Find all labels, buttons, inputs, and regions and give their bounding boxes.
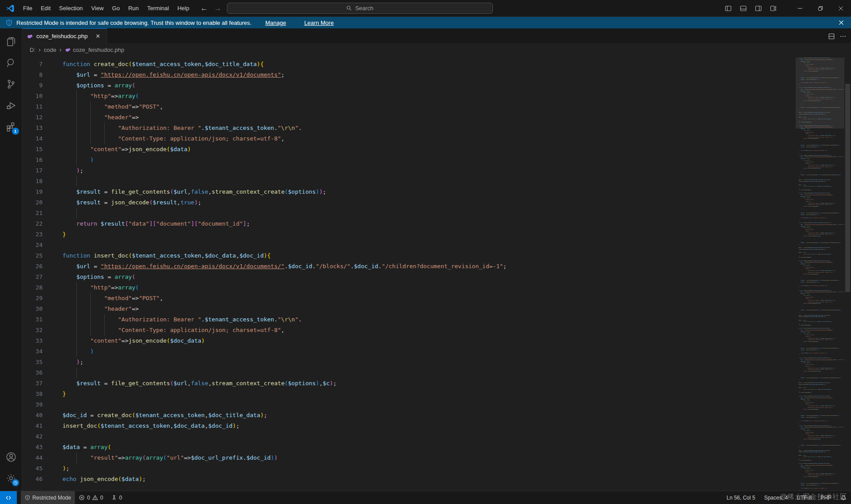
- code-line: 26 $url = "https://open.feishu.cn/open-a…: [22, 261, 851, 272]
- extensions-badge: 1: [12, 128, 19, 135]
- minimap-slider[interactable]: [796, 58, 844, 129]
- toggle-secondary-sidebar-icon[interactable]: [752, 2, 765, 15]
- code-line: 10 "http"=>array(: [22, 91, 851, 102]
- menu-help[interactable]: Help: [173, 3, 193, 14]
- workbench: 1 coze_feishudoc.php ✕: [0, 28, 851, 491]
- breadcrumb-folder[interactable]: code: [44, 47, 56, 53]
- code-line: 12 "header"=>: [22, 112, 851, 123]
- more-actions-icon[interactable]: [839, 33, 847, 40]
- vscode-logo-icon: [6, 4, 15, 13]
- php-file-icon: [27, 33, 33, 39]
- language-mode[interactable]: PHP: [816, 491, 836, 504]
- restricted-mode-status[interactable]: Restricted Mode: [21, 491, 75, 504]
- code-line: 11 "method"=>"POST",: [22, 102, 851, 112]
- settings-sync-badge: [12, 479, 19, 486]
- customize-layout-icon[interactable]: [767, 2, 780, 15]
- run-debug-icon[interactable]: [0, 95, 22, 116]
- code-line: 37 $result = file_get_contents($url,fals…: [796, 242, 844, 243]
- search-icon: [346, 5, 352, 11]
- title-bar: File Edit Selection View Go Run Terminal…: [0, 0, 851, 17]
- back-arrow-icon[interactable]: ←: [200, 4, 208, 13]
- code-line: 33 "content"=>json_encode($doc_data): [22, 336, 851, 346]
- code-line: 44 "result"=>array(array("url"=>$doc_url…: [22, 453, 851, 463]
- code-line: 37 $result = file_get_contents($url,fals…: [796, 174, 844, 176]
- chevron-right-icon: ›: [59, 46, 62, 53]
- breadcrumb-file[interactable]: coze_feishudoc.php: [65, 47, 125, 53]
- code-line: 19 $result = file_get_contents($url,fals…: [22, 187, 851, 197]
- code-line: 22 return $result["data"]["document"]["d…: [22, 219, 851, 229]
- code-editor[interactable]: 67function create_doc($tenant_access_tok…: [22, 55, 851, 491]
- source-control-icon[interactable]: [0, 74, 22, 95]
- menu-terminal[interactable]: Terminal: [143, 3, 173, 14]
- menu-file[interactable]: File: [19, 3, 36, 14]
- restore-button[interactable]: [810, 0, 831, 17]
- menu-selection[interactable]: Selection: [55, 3, 86, 14]
- code-line: 37 $result = file_get_contents($url,fals…: [796, 445, 844, 446]
- breadcrumb: D: › code › coze_feishudoc.php: [22, 44, 851, 55]
- cursor-position[interactable]: Ln 56, Col 5: [722, 491, 760, 504]
- code-line: 34 ): [22, 346, 851, 357]
- history-nav: ← →: [200, 0, 222, 17]
- notifications-bell-icon[interactable]: [836, 491, 851, 504]
- code-line: 8 $url = "https://open.feishu.cn/open-ap…: [22, 70, 851, 80]
- close-window-button[interactable]: [831, 0, 851, 17]
- code-line: 17 );: [22, 165, 851, 176]
- remote-indicator[interactable]: [0, 491, 17, 504]
- menu-run[interactable]: Run: [124, 3, 143, 14]
- menu-edit[interactable]: Edit: [37, 3, 55, 14]
- tab-bar: coze_feishudoc.php ✕: [22, 28, 851, 44]
- workspace-trust-shield-icon: [6, 20, 12, 26]
- code-line: 46echo json_encode($data);: [22, 474, 851, 484]
- code-line: 23}: [22, 229, 851, 240]
- menu-view[interactable]: View: [87, 3, 108, 14]
- minimize-button[interactable]: [790, 0, 810, 17]
- code-line: 31 "Authorization: Bearer ".$tenant_acce…: [22, 314, 851, 325]
- manage-link[interactable]: Manage: [265, 20, 286, 26]
- tab-close-icon[interactable]: ✕: [94, 32, 102, 41]
- error-count: 0: [87, 495, 90, 501]
- ports-status[interactable]: 0: [107, 491, 126, 504]
- explorer-icon[interactable]: [0, 31, 22, 52]
- banner-close-icon[interactable]: [837, 18, 846, 27]
- editor-group: coze_feishudoc.php ✕ D: › code › c: [22, 28, 851, 491]
- code-line: 6: [22, 55, 851, 59]
- code-line: 37 $result = file_get_contents($url,fals…: [796, 377, 844, 379]
- toggle-panel-icon[interactable]: [737, 2, 750, 15]
- vertical-scrollbar[interactable]: [845, 84, 850, 292]
- command-center-search[interactable]: Search: [227, 3, 493, 14]
- restricted-mode-banner: Restricted Mode is intended for safe cod…: [0, 17, 851, 28]
- search-sidebar-icon[interactable]: [0, 52, 22, 74]
- code-line: 29 "method"=>"POST",: [22, 293, 851, 304]
- problems-status[interactable]: 0 0: [75, 491, 107, 504]
- code-line: 7function create_doc($tenant_access_toke…: [22, 59, 851, 70]
- split-editor-icon[interactable]: [828, 33, 835, 40]
- extensions-icon[interactable]: 1: [0, 116, 22, 137]
- indentation-status[interactable]: Spaces: 4: [760, 491, 792, 504]
- breadcrumb-file-label: coze_feishudoc.php: [73, 47, 125, 53]
- code-line: 37 $result = file_get_contents($url,fals…: [796, 309, 844, 311]
- menu-bar: File Edit Selection View Go Run Terminal…: [19, 3, 193, 14]
- encoding-status[interactable]: UTF-8: [792, 491, 816, 504]
- code-line: 21: [22, 208, 851, 219]
- menu-go[interactable]: Go: [108, 3, 124, 14]
- code-line: 25function insert_doc($tenant_access_tok…: [22, 250, 851, 261]
- toggle-sidebar-icon[interactable]: [722, 2, 735, 15]
- code-line: 38}: [22, 389, 851, 399]
- code-line: 35 );: [22, 357, 851, 367]
- forward-arrow-icon[interactable]: →: [214, 4, 222, 13]
- tab-coze-feishudoc[interactable]: coze_feishudoc.php ✕: [22, 28, 107, 43]
- accounts-icon[interactable]: [0, 446, 22, 468]
- ports-count: 0: [119, 495, 122, 501]
- breadcrumb-drive[interactable]: D:: [30, 47, 35, 53]
- search-placeholder: Search: [355, 5, 373, 12]
- learn-more-link[interactable]: Learn More: [304, 20, 333, 26]
- warning-count: 0: [100, 495, 103, 501]
- vscode-window: { "title_bar": { "menus": ["File", "Edit…: [0, 0, 851, 504]
- code-line: 41insert_doc($tenant_access_token,$doc_d…: [22, 421, 851, 431]
- code-line: 16 ): [22, 155, 851, 165]
- code-line: 32 "Content-Type: application/json; char…: [22, 325, 851, 336]
- status-bar-right: Ln 56, Col 5 Spaces: 4 UTF-8 PHP: [722, 491, 851, 504]
- settings-gear-icon[interactable]: [0, 468, 22, 489]
- code-line: 39: [22, 399, 851, 410]
- code-line: 36: [22, 367, 851, 378]
